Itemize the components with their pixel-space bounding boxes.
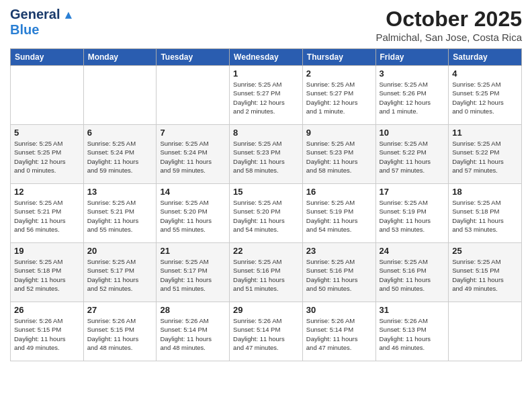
calendar-cell: 18Sunrise: 5:25 AM Sunset: 5:18 PM Dayli… xyxy=(449,184,522,243)
day-info: Sunrise: 5:25 AM Sunset: 5:25 PM Dayligh… xyxy=(14,139,80,175)
day-number: 23 xyxy=(306,246,372,256)
calendar-week-row: 1Sunrise: 5:25 AM Sunset: 5:27 PM Daylig… xyxy=(11,66,522,125)
day-number: 13 xyxy=(87,187,153,197)
calendar-cell: 1Sunrise: 5:25 AM Sunset: 5:27 PM Daylig… xyxy=(230,66,303,125)
day-number: 24 xyxy=(380,246,445,256)
day-info: Sunrise: 5:25 AM Sunset: 5:27 PM Dayligh… xyxy=(233,80,299,116)
calendar-header-tuesday: Tuesday xyxy=(157,49,230,66)
day-number: 6 xyxy=(87,128,153,138)
calendar-cell: 14Sunrise: 5:25 AM Sunset: 5:20 PM Dayli… xyxy=(157,184,230,243)
calendar-cell: 25Sunrise: 5:25 AM Sunset: 5:15 PM Dayli… xyxy=(449,243,522,302)
calendar-cell: 27Sunrise: 5:26 AM Sunset: 5:15 PM Dayli… xyxy=(83,302,157,361)
day-number: 28 xyxy=(160,305,226,315)
calendar-cell: 7Sunrise: 5:25 AM Sunset: 5:24 PM Daylig… xyxy=(157,125,230,184)
day-info: Sunrise: 5:25 AM Sunset: 5:26 PM Dayligh… xyxy=(380,80,445,116)
calendar-cell: 24Sunrise: 5:25 AM Sunset: 5:16 PM Dayli… xyxy=(375,243,449,302)
calendar-cell: 21Sunrise: 5:25 AM Sunset: 5:17 PM Dayli… xyxy=(157,243,230,302)
day-info: Sunrise: 5:25 AM Sunset: 5:22 PM Dayligh… xyxy=(380,139,445,175)
day-number: 3 xyxy=(380,68,445,79)
day-number: 25 xyxy=(452,246,518,256)
day-info: Sunrise: 5:25 AM Sunset: 5:25 PM Dayligh… xyxy=(452,80,518,116)
calendar-cell: 16Sunrise: 5:25 AM Sunset: 5:19 PM Dayli… xyxy=(302,184,375,243)
day-info: Sunrise: 5:25 AM Sunset: 5:24 PM Dayligh… xyxy=(160,139,226,175)
title-section: October 2025 Palmichal, San Jose, Costa … xyxy=(375,7,522,43)
day-info: Sunrise: 5:26 AM Sunset: 5:14 PM Dayligh… xyxy=(233,316,299,352)
calendar-header-sunday: Sunday xyxy=(11,49,84,66)
day-number: 11 xyxy=(452,128,518,138)
logo-text: General ▴ Blue xyxy=(10,7,71,38)
day-number: 26 xyxy=(14,305,80,315)
day-info: Sunrise: 5:25 AM Sunset: 5:18 PM Dayligh… xyxy=(452,198,518,234)
month-title: October 2025 xyxy=(375,7,522,32)
day-number: 29 xyxy=(233,305,299,315)
calendar-header-row: SundayMondayTuesdayWednesdayThursdayFrid… xyxy=(11,49,522,66)
calendar-header-saturday: Saturday xyxy=(449,49,522,66)
day-info: Sunrise: 5:25 AM Sunset: 5:21 PM Dayligh… xyxy=(14,198,80,234)
day-number: 12 xyxy=(14,187,80,197)
calendar-cell: 11Sunrise: 5:25 AM Sunset: 5:22 PM Dayli… xyxy=(449,125,522,184)
day-number: 18 xyxy=(452,187,518,197)
day-number: 7 xyxy=(160,128,226,138)
day-number: 30 xyxy=(306,305,372,315)
calendar-cell: 28Sunrise: 5:26 AM Sunset: 5:14 PM Dayli… xyxy=(157,302,230,361)
calendar-cell: 26Sunrise: 5:26 AM Sunset: 5:15 PM Dayli… xyxy=(11,302,84,361)
day-info: Sunrise: 5:26 AM Sunset: 5:15 PM Dayligh… xyxy=(14,316,80,352)
day-info: Sunrise: 5:25 AM Sunset: 5:16 PM Dayligh… xyxy=(306,257,372,293)
calendar-cell: 31Sunrise: 5:26 AM Sunset: 5:13 PM Dayli… xyxy=(375,302,449,361)
calendar-cell: 10Sunrise: 5:25 AM Sunset: 5:22 PM Dayli… xyxy=(375,125,449,184)
calendar-week-row: 12Sunrise: 5:25 AM Sunset: 5:21 PM Dayli… xyxy=(11,184,522,243)
day-number: 15 xyxy=(233,187,299,197)
day-info: Sunrise: 5:26 AM Sunset: 5:14 PM Dayligh… xyxy=(160,316,226,352)
calendar-header-thursday: Thursday xyxy=(302,49,375,66)
day-number: 10 xyxy=(380,128,445,138)
day-number: 14 xyxy=(160,187,226,197)
day-info: Sunrise: 5:26 AM Sunset: 5:13 PM Dayligh… xyxy=(380,316,445,352)
calendar-cell: 6Sunrise: 5:25 AM Sunset: 5:24 PM Daylig… xyxy=(83,125,157,184)
calendar-week-row: 5Sunrise: 5:25 AM Sunset: 5:25 PM Daylig… xyxy=(11,125,522,184)
day-number: 31 xyxy=(380,305,445,315)
header: General ▴ Blue October 2025 Palmichal, S… xyxy=(10,7,522,43)
day-info: Sunrise: 5:25 AM Sunset: 5:19 PM Dayligh… xyxy=(306,198,372,234)
calendar-cell: 15Sunrise: 5:25 AM Sunset: 5:20 PM Dayli… xyxy=(230,184,303,243)
day-number: 1 xyxy=(233,68,299,79)
day-number: 5 xyxy=(14,128,80,138)
day-info: Sunrise: 5:25 AM Sunset: 5:20 PM Dayligh… xyxy=(233,198,299,234)
calendar-cell xyxy=(83,66,157,125)
calendar-cell xyxy=(11,66,84,125)
day-info: Sunrise: 5:25 AM Sunset: 5:17 PM Dayligh… xyxy=(87,257,153,293)
calendar-cell: 19Sunrise: 5:25 AM Sunset: 5:18 PM Dayli… xyxy=(11,243,84,302)
calendar-cell: 29Sunrise: 5:26 AM Sunset: 5:14 PM Dayli… xyxy=(230,302,303,361)
calendar-cell: 5Sunrise: 5:25 AM Sunset: 5:25 PM Daylig… xyxy=(11,125,84,184)
calendar-cell: 4Sunrise: 5:25 AM Sunset: 5:25 PM Daylig… xyxy=(449,66,522,125)
day-info: Sunrise: 5:25 AM Sunset: 5:22 PM Dayligh… xyxy=(452,139,518,175)
logo-bird-icon: ▴ xyxy=(65,8,71,22)
day-number: 2 xyxy=(306,68,372,79)
calendar-header-wednesday: Wednesday xyxy=(230,49,303,66)
day-number: 17 xyxy=(380,187,445,197)
day-number: 9 xyxy=(306,128,372,138)
calendar-header-friday: Friday xyxy=(375,49,449,66)
calendar-cell: 17Sunrise: 5:25 AM Sunset: 5:19 PM Dayli… xyxy=(375,184,449,243)
day-info: Sunrise: 5:25 AM Sunset: 5:16 PM Dayligh… xyxy=(233,257,299,293)
calendar-cell: 22Sunrise: 5:25 AM Sunset: 5:16 PM Dayli… xyxy=(230,243,303,302)
day-info: Sunrise: 5:25 AM Sunset: 5:19 PM Dayligh… xyxy=(380,198,445,234)
calendar-cell: 9Sunrise: 5:25 AM Sunset: 5:23 PM Daylig… xyxy=(302,125,375,184)
day-number: 27 xyxy=(87,305,153,315)
logo-blue: Blue xyxy=(10,22,39,37)
day-info: Sunrise: 5:26 AM Sunset: 5:14 PM Dayligh… xyxy=(306,316,372,352)
logo-general: General xyxy=(10,7,60,21)
calendar-cell xyxy=(449,302,522,361)
calendar-cell: 20Sunrise: 5:25 AM Sunset: 5:17 PM Dayli… xyxy=(83,243,157,302)
calendar-cell xyxy=(157,66,230,125)
calendar-cell: 23Sunrise: 5:25 AM Sunset: 5:16 PM Dayli… xyxy=(302,243,375,302)
day-number: 22 xyxy=(233,246,299,256)
day-number: 16 xyxy=(306,187,372,197)
calendar-cell: 12Sunrise: 5:25 AM Sunset: 5:21 PM Dayli… xyxy=(11,184,84,243)
day-info: Sunrise: 5:25 AM Sunset: 5:15 PM Dayligh… xyxy=(452,257,518,293)
page-container: General ▴ Blue October 2025 Palmichal, S… xyxy=(0,0,532,411)
day-info: Sunrise: 5:25 AM Sunset: 5:17 PM Dayligh… xyxy=(160,257,226,293)
calendar-cell: 13Sunrise: 5:25 AM Sunset: 5:21 PM Dayli… xyxy=(83,184,157,243)
day-info: Sunrise: 5:25 AM Sunset: 5:23 PM Dayligh… xyxy=(306,139,372,175)
logo-wrapper: General ▴ Blue xyxy=(10,7,71,38)
calendar-table: SundayMondayTuesdayWednesdayThursdayFrid… xyxy=(10,48,522,361)
